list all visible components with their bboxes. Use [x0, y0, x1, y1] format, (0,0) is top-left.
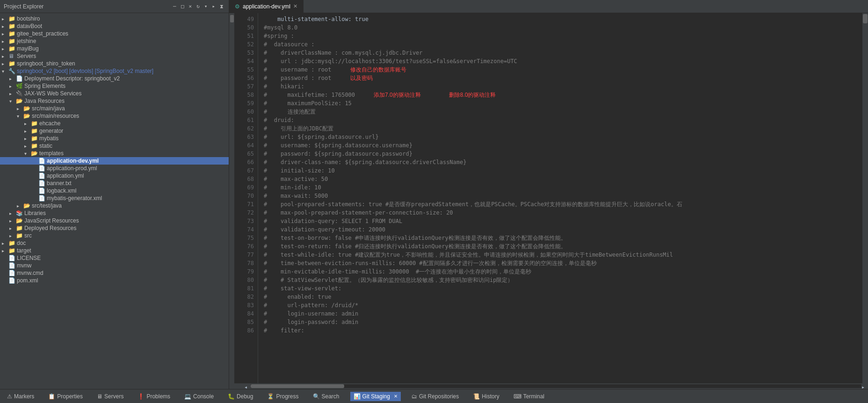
- code-line-74[interactable]: # validation-query-timeout: 20000: [258, 225, 862, 234]
- tree-item-app-prod-yml[interactable]: 📄 application-prod.yml: [0, 165, 229, 172]
- tree-item-spring-elements[interactable]: ▸ 🌿 Spring Elements: [0, 82, 229, 90]
- tree-item-deployed-resources[interactable]: ▸ 📁 Deployed Resources: [0, 224, 229, 232]
- filter-icon[interactable]: ⧗: [218, 3, 225, 10]
- h-scrollbar-track[interactable]: [251, 384, 861, 388]
- tree-item-doc[interactable]: ▸ 📁 doc: [0, 239, 229, 247]
- tree-item-target[interactable]: ▸ 📁 target: [0, 247, 229, 254]
- status-markers[interactable]: ⚠ Markers: [4, 392, 37, 401]
- code-line-71[interactable]: # pool-prepared-statements: true #是否缓存pr…: [258, 200, 862, 209]
- tree-item-banner[interactable]: 📄 banner.txt: [0, 180, 229, 187]
- status-git-repos[interactable]: 🗂 Git Repositories: [408, 392, 462, 401]
- status-servers[interactable]: 🖥 Servers: [94, 392, 127, 401]
- status-search[interactable]: 🔍 Search: [310, 392, 343, 401]
- code-line-80[interactable]: # # StatViewServlet配置。（因为暴露的监控信息比较敏感，支持密…: [258, 276, 862, 284]
- tree-item-src-main-java[interactable]: ▸ 📂 src/main/java: [0, 105, 229, 112]
- code-line-72[interactable]: # max-pool-prepared-statement-per-connec…: [258, 209, 862, 217]
- tree-item-springboot-v2[interactable]: ▾ 🔧 springboot_v2 [boot] [devtools] [Spr…: [0, 67, 229, 75]
- horizontal-scrollbar[interactable]: ◂ ▸: [229, 383, 868, 389]
- tree-item-static[interactable]: ▸ 📁 static: [0, 142, 229, 150]
- code-line-59[interactable]: # maximumPoolSize: 15: [258, 99, 862, 108]
- code-line-55[interactable]: # username : root修改自己的数据库账号: [258, 65, 862, 74]
- code-line-65[interactable]: # password: ${spring.datasource.password…: [258, 150, 862, 158]
- code-line-86[interactable]: # filter:: [258, 326, 862, 335]
- code-line-50[interactable]: #mysql 8.0: [258, 23, 862, 32]
- collapse-icon[interactable]: ▾: [203, 3, 209, 10]
- tree-item-src[interactable]: ▸ 📁 src: [0, 232, 229, 239]
- tree-item-gitee[interactable]: ▸ 📁 gitee_best_practices: [0, 30, 229, 37]
- code-line-62[interactable]: # 引用上面的JDBC配置: [258, 124, 862, 133]
- code-line-79[interactable]: # min-evictable-idle-time-millis: 300000…: [258, 267, 862, 276]
- tree-item-jetshine[interactable]: ▸ 📁 jetshine: [0, 37, 229, 45]
- tree-item-mvnw[interactable]: 📄 mvnw: [0, 262, 229, 269]
- tree-item-app-yml[interactable]: 📄 application.yml: [0, 172, 229, 180]
- code-line-67[interactable]: # initial-size: 10: [258, 166, 862, 175]
- code-line-57[interactable]: # hikari:: [258, 82, 862, 91]
- sync-icon[interactable]: ↻: [195, 3, 201, 10]
- code-line-76[interactable]: # test-on-return: false #归还连接时执行validati…: [258, 242, 862, 251]
- tree-item-java-resources[interactable]: ▾ 📂 Java Resources: [0, 97, 229, 105]
- tree-item-logback[interactable]: 📄 logback.xml: [0, 187, 229, 194]
- code-line-64[interactable]: # username: ${spring.datasource.username…: [258, 141, 862, 150]
- code-line-60[interactable]: # 连接池配置: [258, 108, 862, 116]
- tree-item-mybatis[interactable]: ▸ 📁 mybatis: [0, 135, 229, 142]
- status-terminal[interactable]: ⌨ Terminal: [510, 392, 548, 401]
- scroll-thumb-top[interactable]: [863, 14, 868, 23]
- close-panel-icon[interactable]: ✕: [188, 3, 194, 10]
- status-console[interactable]: 💻 Console: [181, 392, 217, 401]
- status-git-staging[interactable]: 📊 Git Staging ✕: [350, 392, 401, 401]
- status-progress[interactable]: ⏳ Progress: [264, 392, 302, 401]
- status-debug[interactable]: 🐛 Debug: [224, 392, 256, 401]
- code-line-75[interactable]: # test-on-borrow: false #申请连接时执行validati…: [258, 234, 862, 242]
- code-line-66[interactable]: # driver-class-name: ${spring.datasource…: [258, 158, 862, 166]
- editor-tab-app-dev[interactable]: ⚙ application-dev.yml ✕: [229, 0, 304, 13]
- tree-item-deployment[interactable]: ▸ 📄 Deployment Descriptor: springboot_v2: [0, 75, 229, 82]
- code-line-53[interactable]: # driverClassName : com.mysql.cj.jdbc.Dr…: [258, 49, 862, 57]
- tree-item-generator[interactable]: ▸ 📁 generator: [0, 127, 229, 135]
- tree-item-pom[interactable]: 📄 pom.xml: [0, 277, 229, 284]
- code-line-54[interactable]: # url : jdbc:mysql://localhost:3306/test…: [258, 57, 862, 65]
- tree-item-bootshiro[interactable]: ▸ 📁 bootshiro: [0, 15, 229, 22]
- code-line-78[interactable]: # time-between-eviction-runs-millis: 600…: [258, 259, 862, 267]
- vertical-scrollbar[interactable]: [862, 13, 868, 383]
- code-line-70[interactable]: # max-wait: 5000: [258, 192, 862, 200]
- tree-item-src-test-java[interactable]: ▸ 📂 src/test/java: [0, 202, 229, 209]
- tree-item-springboot-shiro[interactable]: ▸ 📁 springboot_shiro_token: [0, 60, 229, 67]
- scroll-left-btn[interactable]: ◂: [244, 384, 250, 389]
- status-history[interactable]: 📜 History: [470, 392, 502, 401]
- code-line-63[interactable]: # url: ${spring.datasource.url}: [258, 133, 862, 141]
- tree-item-mayiBug[interactable]: ▸ 📁 mayiBug: [0, 45, 229, 52]
- minimize-icon[interactable]: ⎼: [172, 3, 178, 10]
- code-line-81[interactable]: # stat-view-servlet:: [258, 284, 862, 293]
- code-line-61[interactable]: # druid:: [258, 116, 862, 124]
- code-line-68[interactable]: # max-active: 50: [258, 175, 862, 183]
- tree-item-mvnw-cmd[interactable]: 📄 mvnw.cmd: [0, 269, 229, 277]
- expand-icon[interactable]: ▸: [210, 3, 217, 10]
- code-content[interactable]: multi-statement-allow: true#mysql 8.0#sp…: [258, 13, 862, 383]
- code-line-69[interactable]: # min-idle: 10: [258, 183, 862, 192]
- close-staging-icon[interactable]: ✕: [394, 394, 398, 399]
- code-line-73[interactable]: # validation-query: SELECT 1 FROM DUAL: [258, 217, 862, 225]
- tree-item-js-resources[interactable]: ▸ 📂 JavaScript Resources: [0, 217, 229, 224]
- code-line-58[interactable]: # maxLifetime: 1765000添加7.0的驱动注释删除8.0的驱动…: [258, 91, 862, 99]
- code-line-52[interactable]: # datasource :: [258, 40, 862, 49]
- code-line-82[interactable]: # enabled: true: [258, 293, 862, 301]
- h-scroll-thumb[interactable]: [251, 384, 344, 388]
- code-line-56[interactable]: # password : root以及密码: [258, 74, 862, 82]
- code-line-83[interactable]: # url-pattern: /druid/*: [258, 301, 862, 309]
- tree-item-mybatis-gen[interactable]: 📄 mybatis-generator.xml: [0, 194, 229, 202]
- maximize-icon[interactable]: □: [180, 3, 186, 10]
- tree-container[interactable]: ▸ 📁 bootshiro ▸ 📁 datavBoot ▸ 📁 gitee_be…: [0, 13, 229, 389]
- tree-item-app-dev-yml[interactable]: 📄 application-dev.yml: [0, 157, 229, 165]
- status-problems[interactable]: ❗ Problems: [134, 392, 174, 401]
- tree-item-datavBoot[interactable]: ▸ 📁 datavBoot: [0, 22, 229, 30]
- tab-close-icon[interactable]: ✕: [293, 3, 297, 9]
- tree-item-src-main-resources[interactable]: ▾ 📂 src/main/resources: [0, 112, 229, 120]
- scroll-right-btn[interactable]: ▸: [861, 384, 867, 389]
- tree-item-templates[interactable]: ▾ 📂 templates: [0, 150, 229, 157]
- code-line-85[interactable]: # login-password: admin: [258, 318, 862, 326]
- status-properties[interactable]: 📋 Properties: [45, 392, 86, 401]
- code-line-51[interactable]: #spring :: [258, 32, 862, 40]
- tree-item-license[interactable]: 📄 LICENSE: [0, 254, 229, 262]
- tree-item-jaxws[interactable]: ▸ 🔌 JAX-WS Web Services: [0, 90, 229, 97]
- code-line-77[interactable]: # test-while-idle: true #建议配置为true，不影响性能…: [258, 251, 862, 259]
